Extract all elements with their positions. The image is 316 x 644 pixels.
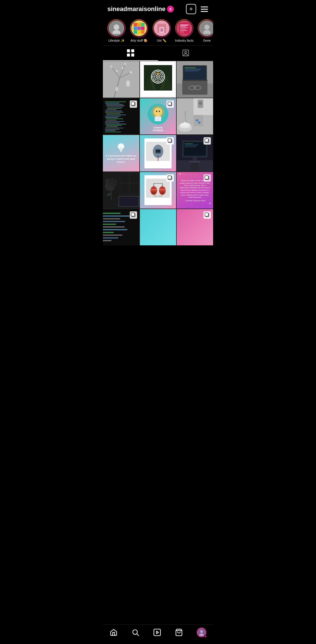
svg-rect-177 [151,189,157,190]
svg-rect-197 [131,213,135,216]
svg-rect-63 [185,70,200,70]
post-item-12[interactable]: " Sinead was able to create the perfect … [177,172,213,209]
header: sineadmaraisonline 6 + [103,0,213,17]
hamburger-line-2 [201,9,208,10]
multi-icon-8 [166,137,174,145]
svg-rect-181 [168,176,171,179]
story-label-2: Arty stuff 🎨 [131,39,148,42]
story-item-industry[interactable]: Industry facts [173,19,196,42]
hamburger-line-3 [201,11,208,12]
svg-rect-199 [205,213,208,216]
post-item-14[interactable] [140,209,176,246]
tab-tagged[interactable] [158,46,213,61]
post-item-6[interactable]: 🐾 [177,98,213,135]
svg-line-127 [118,144,118,145]
post-content-6: 🐾 [177,98,213,135]
story-item-gene[interactable]: Gene [196,19,213,42]
post-item-1[interactable] [103,61,139,98]
svg-rect-81 [105,117,118,118]
bottom-navigation [103,624,213,644]
svg-point-38 [116,70,118,72]
story-inner-4 [176,20,193,37]
svg-rect-6 [137,27,141,30]
story-avatar-5 [199,20,213,36]
svg-rect-8 [134,30,137,34]
svg-rect-80 [105,116,121,116]
nav-profile-button[interactable] [197,628,206,637]
svg-point-55 [157,73,159,75]
svg-line-201 [137,634,138,636]
post-item-4[interactable] [103,98,139,135]
post-content-10 [103,172,139,209]
svg-rect-186 [103,215,130,216]
avatar-icon [198,629,205,636]
svg-point-40 [126,80,130,87]
notification-badge[interactable]: 6 [167,6,174,12]
tab-grid[interactable] [103,46,158,61]
svg-rect-145 [185,143,193,144]
svg-rect-148 [185,147,196,147]
svg-rect-30 [103,61,139,98]
svg-rect-105 [168,102,171,105]
post-content-3 [177,61,213,98]
svg-rect-91 [105,130,116,131]
svg-rect-60 [184,66,206,80]
post-content-9 [177,135,213,171]
svg-rect-202 [154,629,160,636]
stories-row: Lifestyle ✨ [103,17,213,45]
nav-shop-button[interactable] [175,628,183,636]
multi-icon-13 [130,211,137,219]
svg-rect-69 [105,101,126,102]
post-item-3[interactable] [177,61,213,98]
menu-button[interactable] [200,6,209,12]
post-content-2 [140,61,176,98]
story-ring-3 [153,19,171,37]
svg-point-100 [159,111,160,112]
story-label-4: Industry facts [175,39,193,42]
post-content-4 [103,98,139,135]
story-item-lifestyle[interactable]: Lifestyle ✨ [105,19,128,42]
multi-icon-9 [204,137,211,145]
nav-reels-button[interactable] [153,628,161,636]
svg-rect-173 [160,192,164,194]
svg-point-35 [110,65,113,68]
reels-icon [153,628,161,636]
post-item-13[interactable] [103,209,139,246]
post-item-8[interactable] [140,135,176,171]
svg-rect-192 [103,232,114,233]
svg-point-205 [199,634,204,636]
story-item-arty[interactable]: Arty stuff 🎨 [128,19,150,42]
post-content-15 [177,209,213,246]
post-item-11[interactable]: 1972 - 2010 [140,172,176,209]
nav-search-button[interactable] [131,628,139,636]
post-grid: scheme FITNESS 🐾 [103,61,213,245]
svg-rect-87 [106,125,122,126]
svg-rect-73 [107,107,123,107]
add-post-button[interactable]: + [186,4,196,14]
svg-rect-153 [205,139,208,142]
svg-rect-187 [103,218,120,219]
svg-line-128 [124,144,124,145]
story-avatar-4 [176,20,192,36]
post-item-7[interactable]: It is predicted that PWAs are going to r… [103,135,139,171]
post-item-2[interactable] [140,61,176,98]
svg-rect-144 [184,142,206,156]
grid-icon [127,49,135,57]
post-item-9[interactable] [177,135,213,171]
post-item-5[interactable]: scheme FITNESS [140,98,176,135]
pwa-prediction-text: It is predicted that PWAs are going to r… [106,154,137,164]
nav-home-button[interactable] [110,628,118,636]
post-item-10[interactable] [103,172,139,209]
svg-rect-85 [105,122,120,123]
plus-icon: + [189,5,193,13]
svg-rect-189 [103,224,116,225]
svg-point-14 [162,30,163,31]
post-item-15[interactable] [177,209,213,246]
svg-rect-94 [131,102,135,105]
svg-point-23 [203,30,211,34]
story-avatar-1 [109,20,124,36]
username: sineadmaraisonline [107,5,165,13]
svg-point-113 [184,111,187,115]
svg-rect-77 [105,112,124,112]
story-item-uni[interactable]: Uni ✏️ [150,19,173,42]
